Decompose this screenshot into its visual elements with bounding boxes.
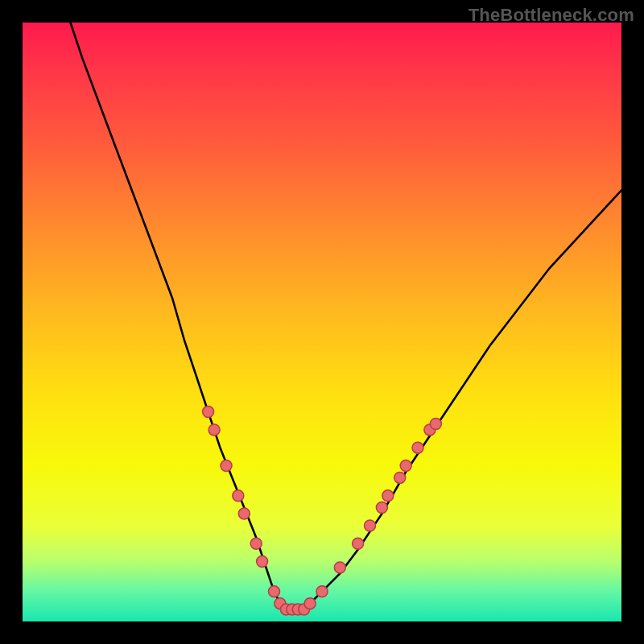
chart-frame: TheBottleneck.com: [0, 0, 644, 644]
chart-marker: [257, 556, 268, 568]
chart-marker: [376, 502, 387, 514]
chart-svg: [23, 23, 621, 621]
chart-marker: [221, 460, 232, 472]
chart-marker: [400, 460, 411, 472]
chart-marker: [334, 562, 345, 573]
chart-marker: [269, 586, 280, 597]
chart-marker: [353, 538, 364, 549]
chart-marker: [394, 472, 406, 483]
chart-marker: [382, 490, 394, 502]
watermark-label: TheBottleneck.com: [469, 5, 634, 26]
chart-marker: [238, 508, 250, 519]
chart-marker: [316, 586, 328, 597]
chart-marker: [430, 419, 441, 430]
chart-marker: [365, 520, 376, 531]
chart-markers: [203, 407, 442, 615]
chart-marker: [412, 442, 423, 453]
chart-marker: [250, 538, 262, 549]
chart-marker: [208, 424, 220, 436]
bottleneck-curve: [71, 23, 622, 609]
chart-marker: [233, 490, 244, 502]
chart-plot-area: [23, 23, 621, 621]
chart-marker: [304, 598, 316, 609]
chart-marker: [203, 407, 214, 418]
